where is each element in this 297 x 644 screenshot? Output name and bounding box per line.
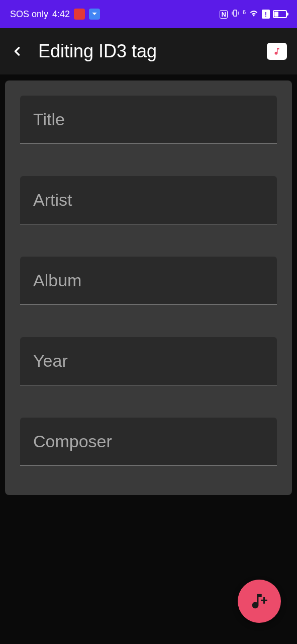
warning-icon: ! [262,10,270,19]
status-bar: SOS only 4:42 N 6 ! [0,0,297,28]
page-title: Editing ID3 tag [38,41,253,62]
fab-add-music[interactable] [238,580,281,623]
app-header: Editing ID3 tag [0,28,297,74]
music-note-icon [272,47,281,56]
vibrate-icon [231,9,240,20]
nfc-icon: N [220,10,227,19]
notification-icon-red [74,9,85,20]
album-input[interactable] [33,271,264,290]
composer-input[interactable] [33,432,264,451]
notification-icon-blue [89,9,100,20]
title-field[interactable] [20,96,277,144]
clock-time: 4:42 [52,9,70,20]
composer-field[interactable] [20,418,277,466]
status-right-group: N 6 ! [220,9,287,20]
year-field[interactable] [20,337,277,385]
back-button[interactable] [10,44,24,58]
svg-rect-0 [234,10,237,16]
wifi-icon [249,9,259,20]
music-note-plus-icon [250,592,269,611]
form-card [5,80,292,495]
artist-input[interactable] [33,190,264,210]
network-status: SOS only [10,9,48,20]
title-input[interactable] [33,110,264,129]
music-folder-button[interactable] [267,43,287,60]
wifi-prefix: 6 [243,9,246,15]
status-left-group: SOS only 4:42 [10,9,100,20]
album-field[interactable] [20,257,277,305]
year-input[interactable] [33,351,264,371]
battery-icon [273,10,287,18]
artist-field[interactable] [20,176,277,224]
